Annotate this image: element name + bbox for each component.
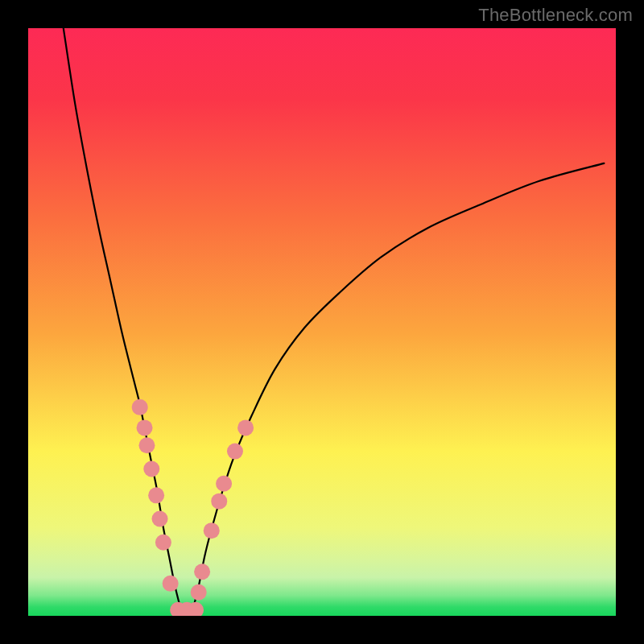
watermark-text: TheBottleneck.com: [478, 5, 633, 26]
data-dot: [227, 444, 243, 460]
outer-frame: TheBottleneck.com: [0, 0, 644, 644]
data-dot: [191, 584, 207, 601]
data-dot: [137, 419, 153, 436]
data-dot: [143, 461, 159, 477]
data-dot: [194, 564, 210, 580]
data-dot: [237, 419, 254, 436]
data-dot: [132, 399, 148, 415]
data-dot: [138, 437, 155, 453]
curve-layer: [28, 28, 616, 616]
plot-area: [28, 28, 616, 616]
data-dot: [155, 535, 171, 551]
curve-right: [192, 163, 604, 610]
data-dot: [148, 487, 164, 503]
data-dot: [211, 493, 227, 510]
data-dot: [216, 476, 232, 492]
data-dots: [132, 399, 254, 616]
data-dot: [152, 511, 168, 527]
data-dot: [163, 576, 179, 592]
data-dot: [204, 522, 220, 539]
